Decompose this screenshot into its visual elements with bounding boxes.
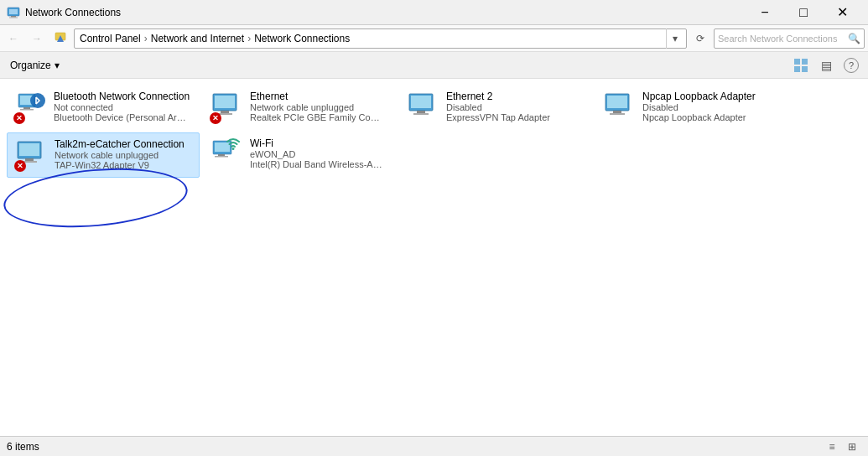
back-button[interactable]: ←	[3, 28, 23, 49]
svg-rect-7	[794, 66, 800, 72]
ethernet-detail: Realtek PCIe GBE Family Controller	[250, 112, 384, 122]
svg-rect-5	[794, 59, 800, 65]
svg-rect-27	[19, 143, 39, 156]
svg-rect-32	[218, 154, 225, 156]
wifi-info: Wi-FieWON_ADIntel(R) Dual Band Wireless-…	[250, 137, 384, 169]
talk2m-name: Talk2m-eCatcher Connection	[55, 138, 185, 150]
svg-rect-33	[215, 156, 228, 158]
bluetooth-detail: Bluetooth Device (Personal Area ...	[54, 112, 188, 122]
wifi-name: Wi-Fi	[250, 137, 384, 149]
bluetooth-error-badge: ✕	[13, 112, 25, 124]
svg-rect-15	[215, 96, 235, 108]
bluetooth-info: Bluetooth Network ConnectionNot connecte…	[54, 91, 190, 122]
svg-rect-3	[9, 17, 18, 18]
search-box[interactable]: Search Network Connections 🔍	[714, 28, 865, 49]
svg-rect-23	[607, 96, 627, 108]
talk2m-icon-wrap: ✕	[14, 138, 48, 172]
svg-rect-21	[413, 113, 429, 115]
refresh-button[interactable]: ⟳	[690, 28, 710, 49]
help-icon: ?	[844, 58, 859, 73]
network-item-npcap[interactable]: Npcap Loopback AdapterDisabledNpcap Loop…	[595, 86, 788, 129]
network-item-talk2m[interactable]: ✕Talk2m-eCatcher ConnectionNetwork cable…	[7, 132, 200, 178]
status-bar: 6 items ≡ ⊞	[0, 436, 868, 456]
svg-rect-24	[613, 111, 621, 113]
svg-rect-11	[23, 107, 30, 109]
svg-point-34	[232, 148, 235, 150]
breadcrumb-dropdown-button[interactable]: ▾	[666, 28, 683, 49]
network-item-wifi[interactable]: Wi-FieWON_ADIntel(R) Dual Band Wireless-…	[203, 132, 396, 178]
ethernet-error-badge: ✕	[210, 112, 221, 124]
ethernet-status: Network cable unplugged	[250, 102, 384, 112]
npcap-detail: Npcap Loopback Adapter	[642, 112, 756, 122]
svg-rect-16	[221, 111, 229, 113]
organize-arrow-icon: ▾	[55, 60, 60, 71]
ethernet2-info: Ethernet 2DisabledExpressVPN Tap Adapter	[446, 91, 550, 122]
toolbar: Organize ▾ ▤ ?	[0, 52, 868, 79]
npcap-icon-wrap	[602, 91, 636, 124]
wifi-icon-wrap	[210, 137, 243, 171]
main-content: ✕Bluetooth Network ConnectionNot connect…	[0, 79, 868, 436]
network-item-ethernet[interactable]: ✕EthernetNetwork cable unpluggedRealtek …	[203, 86, 396, 129]
title-bar: Network Connections − □ ✕	[0, 0, 868, 25]
breadcrumb-control-panel[interactable]: Control Panel	[78, 33, 143, 44]
forward-button[interactable]: →	[27, 28, 47, 49]
ethernet2-icon-wrap	[406, 91, 439, 124]
view-controls: ▤ ?	[789, 54, 863, 76]
bluetooth-name: Bluetooth Network Connection	[54, 91, 190, 102]
network-item-ethernet2[interactable]: Ethernet 2DisabledExpressVPN Tap Adapter	[399, 86, 592, 129]
breadcrumb-network-connections[interactable]: Network Connections	[252, 33, 351, 44]
talk2m-detail: TAP-Win32 Adapter V9	[55, 160, 185, 170]
ethernet-icon-wrap: ✕	[210, 91, 243, 124]
wifi-status: eWON_AD	[250, 149, 384, 159]
ethernet-name: Ethernet	[250, 91, 384, 102]
window-controls: − □ ✕	[746, 0, 861, 25]
svg-rect-1	[9, 9, 18, 14]
npcap-name: Npcap Loopback Adapter	[642, 91, 756, 102]
svg-rect-19	[411, 96, 431, 108]
close-button[interactable]: ✕	[823, 0, 861, 25]
up-button[interactable]	[50, 28, 70, 49]
detail-view-button[interactable]: ⊞	[843, 439, 861, 454]
ethernet2-name: Ethernet 2	[446, 91, 550, 102]
svg-rect-12	[20, 109, 34, 111]
bluetooth-icon-wrap: ✕	[13, 91, 47, 124]
talk2m-info: Talk2m-eCatcher ConnectionNetwork cable …	[55, 138, 185, 170]
search-icon[interactable]: 🔍	[848, 33, 860, 44]
pane-button[interactable]: ▤	[814, 54, 838, 76]
list-view-button[interactable]: ≡	[823, 439, 841, 454]
svg-rect-20	[417, 111, 425, 113]
network-items-grid: ✕Bluetooth Network ConnectionNot connect…	[7, 86, 861, 178]
window-icon	[7, 6, 20, 19]
svg-rect-28	[25, 158, 34, 161]
organize-label: Organize	[10, 60, 51, 71]
breadcrumb-network-internet[interactable]: Network and Internet	[149, 33, 246, 44]
search-placeholder: Search Network Connections	[718, 34, 837, 44]
window-title: Network Connections	[25, 7, 746, 18]
restore-button[interactable]: □	[784, 0, 823, 25]
svg-point-13	[30, 93, 45, 108]
svg-rect-8	[802, 66, 808, 72]
item-count: 6 items	[7, 441, 39, 453]
talk2m-error-badge: ✕	[14, 160, 26, 172]
talk2m-status: Network cable unplugged	[55, 150, 185, 160]
status-view-buttons: ≡ ⊞	[823, 439, 861, 454]
help-button[interactable]: ?	[839, 54, 863, 76]
npcap-info: Npcap Loopback AdapterDisabledNpcap Loop…	[642, 91, 756, 122]
ethernet2-status: Disabled	[446, 102, 550, 112]
svg-rect-2	[11, 16, 16, 18]
svg-rect-6	[802, 59, 808, 65]
bluetooth-status: Not connected	[54, 102, 190, 112]
svg-rect-25	[610, 113, 625, 115]
network-item-bluetooth[interactable]: ✕Bluetooth Network ConnectionNot connect…	[7, 86, 200, 129]
ethernet-info: EthernetNetwork cable unpluggedRealtek P…	[250, 91, 384, 122]
address-bar: ← → Control Panel › Network and Internet…	[0, 25, 868, 52]
breadcrumb[interactable]: Control Panel › Network and Internet › N…	[74, 28, 687, 49]
organize-button[interactable]: Organize ▾	[5, 56, 65, 75]
minimize-button[interactable]: −	[746, 0, 784, 25]
npcap-status: Disabled	[642, 102, 756, 112]
svg-rect-31	[215, 142, 230, 152]
change-view-icon	[793, 58, 808, 73]
up-icon	[54, 32, 67, 45]
change-view-button[interactable]	[789, 54, 813, 76]
ethernet2-detail: ExpressVPN Tap Adapter	[446, 112, 550, 122]
